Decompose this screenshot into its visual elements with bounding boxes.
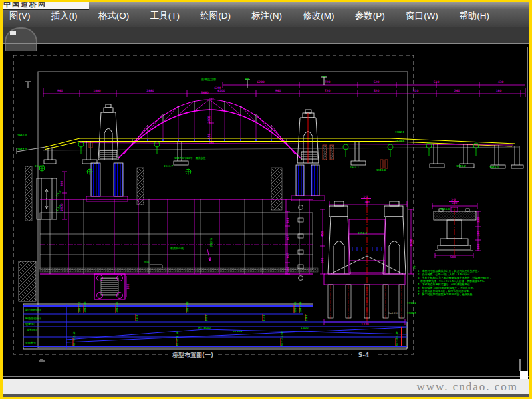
svg-text:墩台间距(m): 墩台间距(m) xyxy=(25,308,41,312)
svg-text:R=16000: R=16000 xyxy=(198,326,211,329)
svg-text:940: 940 xyxy=(275,89,281,92)
sheet-title: 桥型布置图(一) xyxy=(172,352,213,358)
menu-dimension[interactable]: 标注(N) xyxy=(249,9,285,23)
svg-text:河流: 河流 xyxy=(144,260,149,263)
svg-text:1947.3: 1947.3 xyxy=(17,148,27,151)
svg-text:580: 580 xyxy=(452,201,458,205)
svg-text:纵坡2%: 纵坡2% xyxy=(209,237,213,247)
svg-text:1950.21: 1950.21 xyxy=(293,301,297,313)
svg-text:1944.7: 1944.7 xyxy=(164,164,173,168)
svg-text:1950.88: 1950.88 xyxy=(186,301,189,313)
menu-help[interactable]: 帮助(H) xyxy=(456,9,492,23)
svg-text:520: 520 xyxy=(374,89,380,92)
tower-shafts xyxy=(86,163,325,201)
svg-text:450: 450 xyxy=(321,231,324,237)
svg-text:1951.02: 1951.02 xyxy=(115,301,118,313)
notes-lines: 1、本图尺寸除标高以米计外，其余均以厘米为单位。2、设计荷载：公路—Ⅰ级；人群：… xyxy=(418,269,492,296)
bridge-deck xyxy=(17,138,519,154)
reinforced-columns xyxy=(89,142,388,168)
sheet-number: S-4 xyxy=(358,352,369,358)
svg-text:里程桩号: 里程桩号 xyxy=(25,341,36,344)
svg-text:280: 280 xyxy=(477,231,480,237)
svg-text:K0+141.00: K0+141.00 xyxy=(280,331,283,346)
elevation-title: 全桥总立面 xyxy=(201,78,217,81)
svg-text:6200: 6200 xyxy=(217,89,225,92)
section2-pier xyxy=(434,207,476,251)
vertical-dim-values: 2600550 xyxy=(207,116,211,139)
profile-table: 墩台间距(m)跨径组成(m)坡度(%)坡长(m)里程桩号 1950.121950… xyxy=(23,301,407,349)
section2-elevations: 1956.0 xyxy=(440,207,450,211)
svg-text:305: 305 xyxy=(286,218,289,224)
section-1-1: 1-1 xyxy=(320,195,416,326)
toolbar xyxy=(3,27,529,43)
right-tower xyxy=(297,110,319,163)
notes-block: 注: 1、本图尺寸除标高以米计外，其余均以厘米为单位。2、设计荷载：公路—Ⅰ级；… xyxy=(413,265,492,296)
svg-text:1943.8: 1943.8 xyxy=(376,168,386,172)
svg-text:940: 940 xyxy=(57,89,63,92)
section1-towers xyxy=(328,201,406,274)
svg-text:坡长(m): 坡长(m) xyxy=(26,328,37,331)
svg-text:1880: 1880 xyxy=(93,89,101,92)
status-bar: www. cndao. com xyxy=(3,379,529,394)
svg-text:1.000: 1.000 xyxy=(301,326,309,329)
river-label-group: 河流 xyxy=(144,260,162,268)
section1-frame xyxy=(324,219,405,285)
svg-text:1910.2: 1910.2 xyxy=(407,301,416,305)
notes-header: 注: xyxy=(413,265,416,269)
svg-text:K0+203.50: K0+203.50 xyxy=(395,331,398,346)
upper-dim-values-2: 6200720520510430 xyxy=(257,80,503,84)
svg-text:2600: 2600 xyxy=(207,116,211,124)
menu-format[interactable]: 格式(O) xyxy=(96,9,132,23)
svg-text:510: 510 xyxy=(413,89,419,92)
svg-text:720: 720 xyxy=(325,80,331,84)
scale-label: S=1:200 xyxy=(388,312,398,315)
cad-application-window: { "window": { "top_watermark": "中国道桥网", … xyxy=(0,0,532,399)
svg-text:300: 300 xyxy=(286,267,289,273)
svg-text:605: 605 xyxy=(286,235,289,241)
svg-text:430: 430 xyxy=(498,80,504,84)
svg-text:1220: 1220 xyxy=(361,323,369,326)
menu-window[interactable]: 窗口(W) xyxy=(403,9,441,23)
svg-text:1956.0: 1956.0 xyxy=(440,207,450,211)
svg-text:1908.5: 1908.5 xyxy=(407,311,416,315)
drawing-canvas[interactable]: 全桥总立面 62M 5460 940188028806200 xyxy=(3,44,529,379)
right-edge-lines xyxy=(520,47,527,379)
menu-insert[interactable]: 插入(I) xyxy=(49,9,80,23)
section1-title: 1-1 xyxy=(361,195,371,199)
svg-text:1947.0 ▽20年一遇洪水位: 1947.0 ▽20年一遇洪水位 xyxy=(174,156,205,160)
svg-text:6200: 6200 xyxy=(257,80,265,84)
svg-text:720: 720 xyxy=(325,89,331,92)
menu-tools[interactable]: 工具(T) xyxy=(148,9,182,23)
svg-text:1944.1: 1944.1 xyxy=(350,166,359,169)
svg-text:180: 180 xyxy=(496,89,502,92)
svg-text:K0+078.50: K0+078.50 xyxy=(176,331,179,346)
plan-centerline-label: 桥梁中心线 xyxy=(170,247,184,250)
deck-plan xyxy=(40,200,318,274)
svg-text:2880: 2880 xyxy=(146,89,154,92)
menu-modify[interactable]: 修改(M) xyxy=(300,9,336,23)
left-tower xyxy=(98,104,118,160)
row1-values: 1950.121950.461951.021950.881950.211949.… xyxy=(78,301,302,313)
svg-text:200: 200 xyxy=(60,181,63,187)
survey-marks xyxy=(25,76,327,88)
svg-text:1946.0: 1946.0 xyxy=(489,166,499,169)
svg-text:605: 605 xyxy=(286,253,289,259)
svg-text:1-1: 1-1 xyxy=(363,195,368,198)
svg-text:520: 520 xyxy=(374,80,380,84)
svg-text:300: 300 xyxy=(126,284,130,290)
svg-text:1950.46: 1950.46 xyxy=(83,301,86,313)
svg-text:1950.12: 1950.12 xyxy=(78,301,81,313)
menu-draw[interactable]: 绘图(D) xyxy=(198,9,233,23)
site-watermark-bottom: www. cndao. com xyxy=(416,380,529,394)
menu-parametric[interactable]: 参数(P) xyxy=(352,9,388,23)
svg-text:1050: 1050 xyxy=(410,239,413,247)
frame-right xyxy=(529,0,532,399)
scrollbar-corner-handle[interactable] xyxy=(520,371,528,379)
section-2-2: 2-2 580130280100580 1956.0 xyxy=(432,198,481,259)
upper-dim-values: 940188028806200940720520510240180 xyxy=(57,89,502,92)
menu-view[interactable]: 图(V) xyxy=(7,9,33,23)
plan-dim-values: 2002800305605605300300 xyxy=(60,181,289,290)
row4-ticks xyxy=(73,338,396,346)
plan-left-dim xyxy=(62,172,67,219)
row2-ticks xyxy=(136,314,305,321)
